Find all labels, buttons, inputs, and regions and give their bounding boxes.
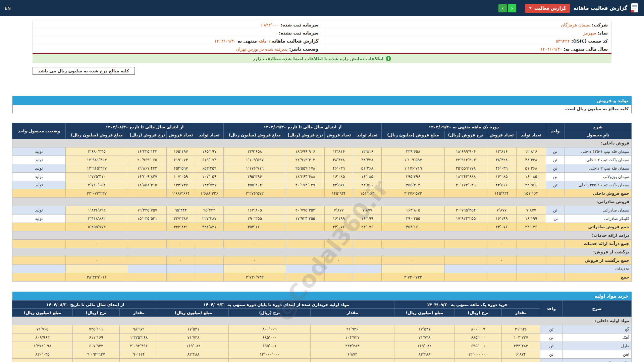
value-cell: ۶۱۹٬۰۷۴: [195, 156, 223, 164]
report-content: @Codal360.ir تولید و فروش کلیه مبالغ به …: [12, 96, 632, 362]
unit-cell: تن: [546, 181, 565, 189]
value-cell: ۱۸٬۳۶۴٬۶۸۸: [445, 173, 487, 181]
col-rate: نرخ فروش (ریال): [286, 131, 324, 139]
info-cell: شرکت: سیمان هرمزگان: [322, 21, 611, 29]
value-cell: ۲۲۷٬۳۸۷: [166, 215, 195, 223]
value-cell: ۲۰٬۱۷۲٬۰۲۹: [445, 181, 487, 189]
value-cell: ۱۸٬۶۹۹٬۹۰۶: [445, 147, 487, 156]
value-cell: ۱٬۱۰۹٬۵۹۷: [223, 156, 286, 164]
col-qty-sold: تعداد فروش: [487, 131, 517, 139]
value-cell: ۱۸٬۳۶۴٬۶۸۸: [286, 173, 324, 181]
row-label: سیمان پاکت تیپ ۱-۴۲۵ داخلی: [565, 181, 632, 189]
value-cell: ۴۵۵٬۲۰۲: [223, 181, 286, 189]
value-cell: ۱۰۷٬۰۵۹: [195, 173, 223, 181]
info-cell: سال مالی منتهی به: ۱۴۰۴/۰۹/۳۰: [322, 45, 611, 53]
value-cell: ۷٬۸۷۷: [324, 206, 353, 215]
value-cell: [128, 273, 166, 282]
value-cell: ۱۷٬۹۲۴٬۲۵۵: [445, 215, 487, 223]
row-label: جمع فروش صادراتی: [565, 223, 632, 231]
section-row: مواد اولیه داخلی:: [12, 317, 631, 325]
report-next-button[interactable]: ›: [508, 4, 516, 12]
table-row: کلینکر صادراتیتن.۱۶٬۱۹۹۱۶٬۱۹۹۱۷٬۹۲۴٬۲۵۵۲…: [12, 215, 631, 223]
value-cell: ۱۶٬۰۸۵: [324, 173, 353, 181]
value-cell: ۰: [381, 265, 444, 273]
info-label: شرکت:: [590, 22, 608, 27]
value-cell: ۲۳۹٬۶۵۸: [381, 147, 444, 156]
language-toggle[interactable]: EN: [5, 6, 11, 11]
row-label: سیمان پاکت تیپ ۲ داخلی: [565, 156, 632, 164]
value-cell: ۱۹٬۲۴۵٬۷۵۷: [128, 206, 166, 215]
value-cell: ۰: [166, 256, 195, 265]
table-row: سیمان پاکت تیپ ۲ داخلیتن۴۸٬۴۲۸۴۸٬۴۲۸۲۲٬۹…: [12, 156, 631, 164]
value-cell: ۴۶٬۰۳۹: [324, 164, 353, 173]
info-value: ۰: [275, 31, 277, 36]
value-cell: ۱۷٬۵۴۱: [394, 325, 455, 334]
value-cell: ۱۲٬۰۰۰٬۰۰۰: [229, 350, 311, 359]
value-cell: ۱۶۹٬۰۸۲: [158, 342, 228, 350]
total-row: جمع درآمد ارائه خدمات۰۰۰۰۰۰: [12, 240, 631, 248]
report-prev-button[interactable]: ‹: [498, 4, 507, 12]
value-cell: [445, 273, 487, 282]
info-value: ۱ ماهه: [258, 39, 270, 44]
table-row: سیمان پوزولانیتن۱۶٬۰۸۵۱۶٬۰۸۵۱۸٬۳۶۴٬۶۸۸۲۹…: [12, 173, 631, 181]
value-cell: ۲۲٬۹۱۲٬۳۰۳: [286, 156, 324, 164]
info-value: ۱۴۰۴/۰۹/۳۰: [540, 47, 562, 52]
col-desc: شرح: [565, 123, 632, 131]
group-month: خرید دوره یک ماهه منتهی به ۱۴۰۴/۰۹/۳۰: [394, 301, 540, 309]
value-cell: ۱۶٬۱۹۹: [324, 215, 353, 223]
value-cell: ۸۰۰٬۰۰۹: [455, 325, 502, 334]
value-cell: ۱۸٬۸۵۸٬۴۱۵: [128, 181, 166, 189]
value-cell: [517, 265, 546, 273]
value-cell: ۸۰۹٬۹۶۳: [12, 334, 72, 342]
value-cell: ۱۶۹٬۰۸۲: [394, 342, 455, 350]
status-cell: تولید: [12, 215, 65, 223]
top-bar: گزارش فعالیت ماهانه گزارش فعالیت ‹ › EN: [0, 0, 644, 16]
unit-cell: [546, 265, 565, 273]
value-cell: ۶۵۲٬۵۹۷: [166, 164, 195, 173]
value-cell: ۸۲٬۴۸۸: [394, 350, 455, 359]
value-cell: ۴۸٬۴۲۸: [487, 156, 517, 164]
unit-cell: [546, 256, 565, 265]
value-cell: ۰: [223, 256, 286, 265]
info-cell: وضعیت ناشر: پذیرفته شده در بورس تهران: [33, 45, 322, 53]
col-amount: مبلغ فروش (میلیون ریال): [381, 131, 444, 139]
company-info-table: شرکت: سیمان هرمزگانسرمایه ثبت شده: ۱٬۸۲۴…: [33, 21, 611, 53]
total-row: جمع فروش داخلی۱۵۱٬۱۶۳۱۴۵٬۹۳۴۳٬۲۷۶٬۵۷۲۱۵۱…: [12, 189, 631, 198]
col-qty-prod: تعداد تولید: [353, 131, 381, 139]
value-cell: ۳۲۲٬۸۳۱: [195, 223, 223, 231]
value-cell: ۲۲٬۵۶۶: [353, 181, 381, 189]
value-cell: ۴۵۴٬۱۶۰: [223, 223, 286, 231]
value-cell: ۳٬۷۳۰٬۷۳۲: [381, 273, 444, 282]
info-row: کد صنعت (ISIC): ۵۳۹۴۲۴گزارش فعالیت ماهان…: [33, 37, 611, 45]
value-cell: ۱۲٬۸۱۶: [353, 147, 381, 156]
col-amount: مبلغ فروش (میلیون ریال): [223, 131, 286, 139]
value-cell: [286, 223, 324, 231]
value-cell: ۲۱٬۹۲۶: [311, 325, 394, 334]
value-cell: ۰: [311, 359, 394, 362]
col-status: وضعیت محصول-واحد: [12, 123, 65, 139]
value-cell: ۰: [119, 359, 158, 362]
value-cell: ۰: [487, 240, 517, 248]
value-cell: ۱۵۱٬۱۶۳: [517, 189, 546, 198]
info-label: کد صنعت (ISIC):: [570, 39, 608, 44]
value-cell: [195, 256, 223, 265]
value-cell: ۶٬۸۷۴: [502, 350, 540, 359]
col-rate: نرخ فروش (ریال): [128, 131, 166, 139]
value-cell: ۶۱۱٬۱۶۹: [72, 334, 119, 342]
value-cell: [324, 265, 353, 273]
report-type-label: گزارش فعالیت: [534, 6, 566, 11]
report-type-dropdown[interactable]: گزارش فعالیت: [525, 4, 570, 13]
table-row: سیمان پاکت تیپ ۱-۴۲۵ داخلیتن۲۲٬۵۶۶۲۲٬۵۶۶…: [12, 181, 631, 189]
unit-cell: تن: [546, 147, 565, 156]
row-label: جمع فروش داخلی: [565, 189, 632, 198]
value-cell: ۹۰٬۱۶۴: [119, 350, 158, 359]
value-cell: [445, 240, 487, 248]
value-cell: ۲۹۰٬۳۵۵: [381, 215, 444, 223]
row-label: آهن: [562, 350, 632, 359]
value-cell: ۲۲٬۵۶۶: [487, 181, 517, 189]
value-cell: ۰: [65, 265, 128, 273]
value-cell: ۶۵۳٬۲۵۹: [195, 164, 223, 173]
value-cell: ۲۴٬۰۷۶: [324, 223, 353, 231]
status-cell: [12, 223, 65, 231]
value-cell: ۸۲٬۴۸۸: [158, 350, 228, 359]
